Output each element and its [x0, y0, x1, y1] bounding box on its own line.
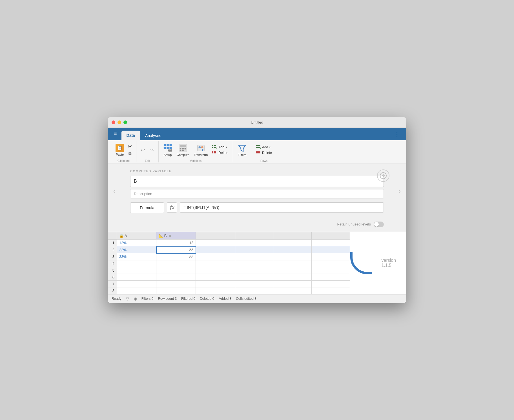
cell-5-3[interactable] [196, 267, 235, 274]
version-row: version 1.1.5 [350, 252, 406, 274]
eye-status-icon[interactable]: ◉ [134, 296, 137, 301]
compute-icon [178, 144, 187, 153]
cell-4-5[interactable] [273, 260, 312, 267]
svg-text:▾: ▾ [216, 147, 217, 149]
cell-4-3[interactable] [196, 260, 235, 267]
cell-5-6[interactable] [312, 267, 350, 274]
filters-button[interactable]: Filters [236, 142, 248, 158]
cell-8-5[interactable] [273, 287, 312, 294]
tab-analyses[interactable]: Analyses [140, 131, 166, 140]
cell-6-A[interactable] [117, 274, 156, 280]
cell-3-A[interactable]: 33% [117, 253, 156, 260]
cell-7-4[interactable] [235, 280, 273, 287]
cell-4-A[interactable] [117, 260, 156, 267]
formula-row: Formula ƒx [130, 202, 384, 213]
cell-7-6[interactable] [312, 280, 350, 287]
col-header-empty-1[interactable] [196, 232, 235, 239]
tab-data[interactable]: Data [121, 131, 140, 140]
cell-7-B[interactable] [156, 280, 196, 287]
rows-add-button[interactable]: ▾ Add ▾ [254, 145, 274, 150]
cell-5-B[interactable] [156, 267, 196, 274]
cell-3-6[interactable] [312, 253, 350, 260]
cell-5-4[interactable] [235, 267, 273, 274]
cell-6-3[interactable] [196, 274, 235, 280]
cell-6-4[interactable] [235, 274, 273, 280]
svg-text:▾: ▾ [260, 147, 261, 149]
filter-status-icon[interactable]: ▽ [126, 296, 129, 301]
nav-right-button[interactable]: › [398, 187, 401, 195]
hamburger-menu[interactable]: ≡ [111, 129, 120, 138]
cell-3-4[interactable] [235, 253, 273, 260]
undo-button[interactable]: ↩ [139, 146, 147, 154]
fx-button[interactable]: ƒx [167, 202, 177, 213]
cell-3-5[interactable] [273, 253, 312, 260]
cell-6-B[interactable] [156, 274, 196, 280]
cell-1-A[interactable]: 12% [117, 239, 156, 246]
cell-2-5[interactable] [273, 246, 312, 253]
cell-2-A[interactable]: 22% [117, 246, 156, 253]
variables-add-button[interactable]: ▾ Add ▾ [211, 145, 230, 150]
col-header-empty-2[interactable] [235, 232, 273, 239]
cell-1-5[interactable] [273, 239, 312, 246]
cell-1-B[interactable]: 12 [156, 239, 196, 246]
cell-7-A[interactable] [117, 280, 156, 287]
cell-5-5[interactable] [273, 267, 312, 274]
setup-button[interactable]: Setup [161, 142, 174, 158]
panel-title: COMPUTED VARIABLE [130, 169, 384, 173]
cell-2-B[interactable]: 22 [156, 246, 196, 253]
cell-8-3[interactable] [196, 287, 235, 294]
cell-6-5[interactable] [273, 274, 312, 280]
cell-4-B[interactable] [156, 260, 196, 267]
cell-2-4[interactable] [235, 246, 273, 253]
scissors-button[interactable]: ✂ [127, 143, 133, 149]
formula-input[interactable] [180, 202, 384, 213]
cell-7-3[interactable] [196, 280, 235, 287]
cell-1-6[interactable] [312, 239, 350, 246]
variables-delete-button[interactable]: Delete [211, 150, 230, 155]
more-menu[interactable]: ⋮ [391, 129, 403, 139]
col-header-B[interactable]: 📐 B [156, 232, 196, 239]
rows-add-delete: ▾ Add ▾ Delete [254, 145, 274, 155]
col-header-empty-3[interactable] [273, 232, 312, 239]
upload-button[interactable] [377, 169, 389, 182]
description-input[interactable] [130, 189, 384, 198]
svg-rect-34 [256, 145, 260, 146]
cell-3-3[interactable] [196, 253, 235, 260]
cell-7-5[interactable] [273, 280, 312, 287]
cell-5-A[interactable] [117, 267, 156, 274]
cell-3-B[interactable]: 33 [156, 253, 196, 260]
dot-indicator [169, 235, 171, 237]
cell-8-6[interactable] [312, 287, 350, 294]
cell-8-A[interactable] [117, 287, 156, 294]
row-num-5: 5 [108, 267, 117, 274]
data-grid: 🔒 A 📐 B [108, 232, 350, 294]
data-area: 🔒 A 📐 B [108, 232, 406, 294]
paste-button[interactable]: Paste [114, 143, 126, 157]
variable-name-input[interactable] [130, 176, 384, 187]
nav-left-button[interactable]: ‹ [113, 187, 116, 195]
copy-button[interactable]: ⧉ [127, 151, 133, 157]
rows-add-label: Add [262, 145, 268, 149]
close-button[interactable] [112, 120, 115, 124]
cell-6-6[interactable] [312, 274, 350, 280]
cell-4-4[interactable] [235, 260, 273, 267]
transform-button[interactable]: Transform [192, 142, 210, 158]
retain-toggle[interactable] [374, 222, 384, 227]
minimize-button[interactable] [118, 120, 121, 124]
cell-2-3[interactable] [196, 246, 235, 253]
cell-1-3[interactable] [196, 239, 235, 246]
col-header-A[interactable]: 🔒 A [117, 232, 156, 239]
setup-label: Setup [164, 153, 172, 157]
rows-delete-icon [256, 151, 261, 155]
formula-label: Formula [130, 202, 164, 213]
cell-8-4[interactable] [235, 287, 273, 294]
cell-4-6[interactable] [312, 260, 350, 267]
maximize-button[interactable] [123, 120, 127, 124]
redo-button[interactable]: ↪ [148, 146, 156, 154]
col-header-empty-4[interactable] [312, 232, 350, 239]
cell-8-B[interactable] [156, 287, 196, 294]
rows-delete-button[interactable]: Delete [254, 150, 274, 155]
cell-1-4[interactable] [235, 239, 273, 246]
cell-2-6[interactable] [312, 246, 350, 253]
compute-button[interactable]: Compute [175, 142, 191, 158]
